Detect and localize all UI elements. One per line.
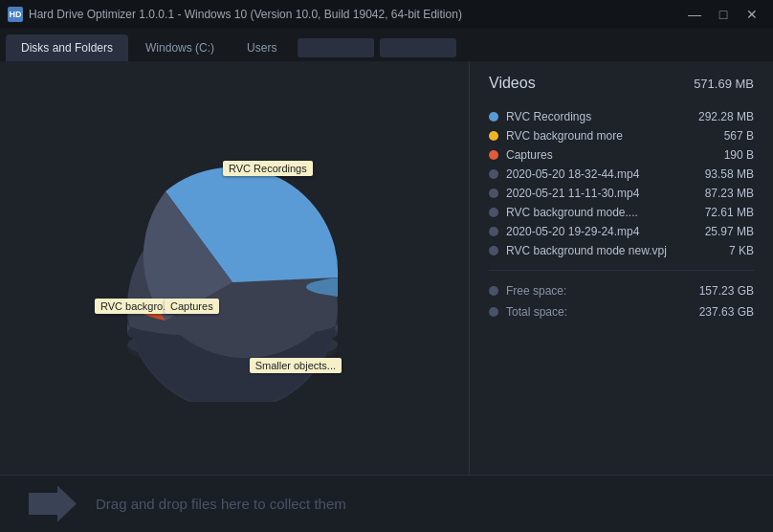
- right-panel: Videos 571.69 MB RVC Recordings 292.28 M…: [469, 61, 773, 475]
- info-label: Total space:: [506, 305, 692, 319]
- tab-disks-folders[interactable]: Disks and Folders: [6, 34, 128, 61]
- drop-zone-text: Drag and drop files here to collect them: [96, 496, 346, 512]
- info-label: Free space:: [506, 284, 692, 298]
- tab-placeholder-1: [298, 38, 374, 57]
- pie-chart-container: RVC Recordings RVC backgro... Captures S…: [81, 134, 387, 402]
- title-bar: HD Hard Drive Optimizer 1.0.0.1 - Window…: [0, 0, 773, 29]
- label-smaller-objects: Smaller objects...: [250, 358, 342, 373]
- item-color-dot: [489, 150, 498, 160]
- title-bar-text: Hard Drive Optimizer 1.0.0.1 - Windows 1…: [29, 8, 462, 21]
- item-color-dot: [489, 246, 498, 255]
- item-row: RVC Recordings 292.28 MB: [489, 107, 754, 126]
- item-color-dot: [489, 208, 498, 217]
- item-color-dot: [489, 227, 498, 236]
- item-name: RVC Recordings: [506, 110, 691, 123]
- info-size: 157.23 GB: [699, 284, 754, 298]
- item-size: 292.28 MB: [698, 110, 754, 123]
- drop-arrow-icon: [29, 486, 77, 522]
- item-name: 2020-05-21 11-11-30.mp4: [506, 187, 697, 200]
- item-row: RVC background mode new.vpj 7 KB: [489, 241, 754, 260]
- tab-placeholder-2: [380, 38, 456, 57]
- item-row: 2020-05-20 19-29-24.mp4 25.97 MB: [489, 222, 754, 241]
- item-name: 2020-05-20 19-29-24.mp4: [506, 225, 697, 238]
- section-header: Videos 571.69 MB: [489, 75, 754, 96]
- item-size: 567 B: [724, 129, 754, 143]
- maximize-button[interactable]: □: [710, 5, 737, 24]
- item-list: RVC Recordings 292.28 MB RVC background …: [489, 107, 754, 260]
- item-row: RVC background mode.... 72.61 MB: [489, 203, 754, 222]
- item-color-dot: [489, 188, 498, 198]
- label-captures: Captures: [165, 299, 219, 314]
- disk-info-row: Total space: 237.63 GB: [489, 301, 754, 322]
- section-title: Videos: [489, 75, 536, 92]
- item-size: 93.58 MB: [705, 167, 754, 181]
- label-rvc-recordings: RVC Recordings: [223, 161, 313, 176]
- app-icon: HD: [8, 7, 23, 22]
- info-dot: [489, 307, 498, 317]
- item-color-dot: [489, 112, 498, 122]
- title-bar-left: HD Hard Drive Optimizer 1.0.0.1 - Window…: [8, 7, 462, 22]
- item-name: Captures: [506, 148, 717, 162]
- item-name: RVC background mode....: [506, 206, 697, 219]
- item-row: RVC background more 567 B: [489, 126, 754, 145]
- info-size: 237.63 GB: [699, 305, 754, 319]
- item-size: 87.23 MB: [705, 187, 754, 200]
- tab-users[interactable]: Users: [232, 34, 292, 61]
- tab-windows-c[interactable]: Windows (C:): [130, 34, 230, 61]
- disk-info-row: Free space: 157.23 GB: [489, 280, 754, 301]
- item-size: 25.97 MB: [705, 225, 754, 238]
- item-size: 190 B: [724, 148, 754, 162]
- info-dot: [489, 286, 498, 296]
- item-name: RVC background mode new.vpj: [506, 244, 721, 257]
- tab-bar: Disks and Folders Windows (C:) Users: [0, 29, 773, 61]
- close-button[interactable]: ✕: [739, 5, 765, 24]
- item-size: 72.61 MB: [705, 206, 754, 219]
- item-name: RVC background more: [506, 129, 717, 143]
- item-row: 2020-05-20 18-32-44.mp4 93.58 MB: [489, 165, 754, 184]
- item-color-dot: [489, 169, 498, 179]
- item-row: Captures 190 B: [489, 145, 754, 165]
- title-bar-controls: — □ ✕: [681, 5, 765, 24]
- item-row: 2020-05-21 11-11-30.mp4 87.23 MB: [489, 184, 754, 203]
- item-name: 2020-05-20 18-32-44.mp4: [506, 167, 697, 181]
- item-size: 7 KB: [729, 244, 754, 257]
- item-color-dot: [489, 131, 498, 141]
- minimize-button[interactable]: —: [681, 5, 708, 24]
- drop-zone[interactable]: Drag and drop files here to collect them: [0, 475, 773, 532]
- divider: [489, 270, 754, 271]
- disk-info: Free space: 157.23 GB Total space: 237.6…: [489, 280, 754, 322]
- section-total-size: 571.69 MB: [694, 77, 754, 91]
- left-panel: RVC Recordings RVC backgro... Captures S…: [0, 61, 469, 475]
- main-content: RVC Recordings RVC backgro... Captures S…: [0, 61, 773, 475]
